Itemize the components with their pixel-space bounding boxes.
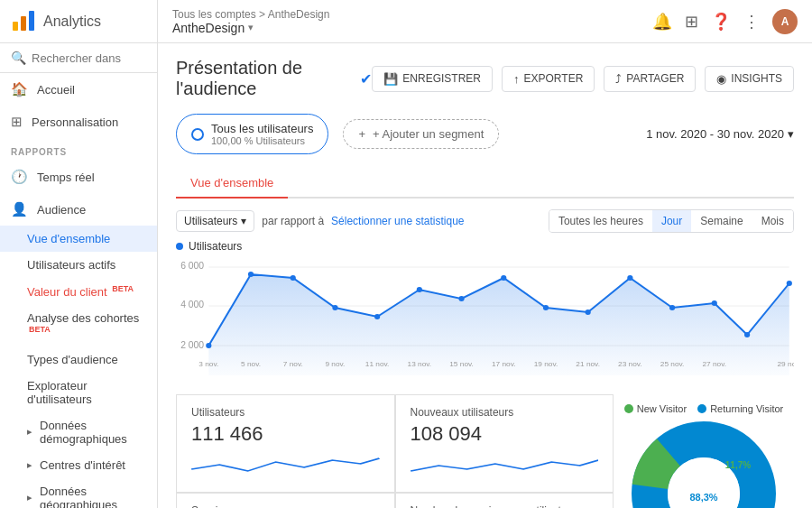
valeur-beta-badge: BETA xyxy=(112,284,134,293)
segment-all-users[interactable]: Tous les utilisateurs 100,00 % Utilisate… xyxy=(176,114,328,154)
main-area: Tous les comptes > AntheDesign AntheDesi… xyxy=(158,0,812,508)
sidebar-search-bar[interactable]: 🔍 xyxy=(0,43,157,73)
analytics-logo-icon xyxy=(11,9,36,34)
sidebar-item-types-audience[interactable]: Types d'audience xyxy=(0,346,157,373)
svg-text:17 nov.: 17 nov. xyxy=(492,360,516,368)
analyse-cohortes-label: Analyse des cohortes xyxy=(27,311,139,325)
chevron-down-icon: ▾ xyxy=(248,22,254,33)
date-range-picker[interactable]: 1 nov. 2020 - 30 nov. 2020 ▾ xyxy=(646,127,794,141)
person-icon: 👤 xyxy=(11,201,28,217)
metric-selector[interactable]: Utilisateurs ▾ xyxy=(176,210,254,232)
search-input[interactable] xyxy=(32,51,146,65)
add-segment-button[interactable]: + + Ajouter un segment xyxy=(343,119,499,149)
sidebar: Analytics 🔍 🏠 Accueil ⊞ Personnalisation… xyxy=(0,0,158,508)
stats-grid: Utilisateurs 111 466 Nouveaux utilisateu… xyxy=(176,394,614,508)
svg-point-15 xyxy=(417,287,422,292)
sidebar-item-explorateur[interactable]: Explorateur d'utilisateurs xyxy=(0,373,157,412)
time-btn-toutes[interactable]: Toutes les heures xyxy=(549,210,652,232)
svg-text:3 nov.: 3 nov. xyxy=(198,360,218,368)
insights-icon: ◉ xyxy=(716,72,726,86)
more-icon[interactable]: ⋮ xyxy=(743,12,760,32)
sidebar-title: Analytics xyxy=(43,14,101,30)
donut-new-dot xyxy=(624,404,633,413)
exporter-button[interactable]: ↑ EXPORTER xyxy=(502,66,595,92)
sparkline-utilisateurs xyxy=(191,451,380,478)
donut-return-label: Returning Visitor xyxy=(710,403,783,414)
topbar-icons: 🔔 ⊞ ❓ ⋮ A xyxy=(652,9,798,34)
par-rapport-label: par rapport à xyxy=(262,215,324,227)
svg-point-11 xyxy=(248,272,254,277)
svg-text:5 nov.: 5 nov. xyxy=(241,360,261,368)
search-icon: 🔍 xyxy=(11,51,26,65)
header-actions: 💾 ENREGISTRER ↑ EXPORTER ⤴ PARTAGER ◉ IN… xyxy=(372,66,794,92)
svg-text:7 nov.: 7 nov. xyxy=(283,360,303,368)
sidebar-item-valeur-client[interactable]: Valeur du client BETA xyxy=(0,278,157,305)
time-buttons: Toutes les heures Jour Semaine Mois xyxy=(549,209,794,233)
verified-icon: ✔ xyxy=(360,70,372,88)
sidebar-item-personnalisation[interactable]: ⊞ Personnalisation xyxy=(0,106,157,138)
sidebar-item-donnees-geographiques[interactable]: ▸ Données géographiques xyxy=(0,478,157,508)
stat-utilisateurs-label: Utilisateurs xyxy=(191,406,380,419)
svg-text:11,7%: 11,7% xyxy=(725,460,751,470)
segment-info: Tous les utilisateurs 100,00 % Utilisate… xyxy=(211,122,313,146)
svg-point-20 xyxy=(627,275,632,281)
svg-text:29 nov.: 29 nov. xyxy=(778,360,794,368)
enregistrer-button[interactable]: 💾 ENREGISTRER xyxy=(372,66,493,92)
rapports-section-label: RAPPORTS xyxy=(0,138,157,161)
svg-text:11 nov.: 11 nov. xyxy=(365,360,390,368)
time-btn-mois[interactable]: Mois xyxy=(752,210,793,232)
insights-button[interactable]: ◉ INSIGHTS xyxy=(705,66,794,92)
bottom-area: Utilisateurs 111 466 Nouveaux utilisateu… xyxy=(176,394,794,508)
sidebar-item-vue-densemble[interactable]: Vue d'ensemble xyxy=(0,226,157,252)
svg-text:21 nov.: 21 nov. xyxy=(576,360,600,368)
sidebar-item-audience[interactable]: 👤 Audience xyxy=(0,193,157,226)
svg-point-21 xyxy=(669,305,675,310)
account-name[interactable]: AntheDesign ▾ xyxy=(172,21,641,35)
types-audience-label: Types d'audience xyxy=(27,353,118,366)
sparkline-nouveaux xyxy=(411,451,599,478)
svg-text:27 nov.: 27 nov. xyxy=(702,360,726,368)
svg-text:13 nov.: 13 nov. xyxy=(408,360,432,368)
svg-text:6 000: 6 000 xyxy=(180,261,204,271)
donut-legend-returning: Returning Visitor xyxy=(697,403,783,414)
sidebar-item-donnees-demographiques[interactable]: ▸ Données démographiques xyxy=(0,412,157,452)
sidebar-item-temps-reel-label: Temps réel xyxy=(37,171,95,184)
chevron-down-icon: ▾ xyxy=(241,215,246,227)
chevron-right-icon3: ▸ xyxy=(27,492,32,503)
donut-legend: New Visitor Returning Visitor xyxy=(624,403,784,414)
sidebar-item-analyse-cohortes[interactable]: Analyse des cohortes BETA xyxy=(0,305,157,346)
sidebar-item-temps-reel[interactable]: 🕐 Temps réel xyxy=(0,161,157,193)
svg-text:9 nov.: 9 nov. xyxy=(325,360,345,368)
clock-icon: 🕐 xyxy=(11,169,28,185)
stat-sessions-label: Sessions xyxy=(191,504,380,508)
svg-point-22 xyxy=(712,300,717,306)
stats-section: Utilisateurs 111 466 Nouveaux utilisateu… xyxy=(176,394,614,508)
partager-button[interactable]: ⤴ PARTAGER xyxy=(604,66,696,92)
tab-vue-densemble[interactable]: Vue d'ensemble xyxy=(176,169,288,199)
sidebar-item-utilisateurs-actifs[interactable]: Utilisateurs actifs xyxy=(0,252,157,278)
stat-sessions: Sessions 131 370 xyxy=(176,493,395,508)
svg-rect-2 xyxy=(29,11,34,31)
time-btn-jour[interactable]: Jour xyxy=(652,210,691,232)
page-header: Présentation de l'audience ✔ 💾 ENREGISTR… xyxy=(176,58,794,99)
select-stat-link[interactable]: Sélectionner une statistique xyxy=(331,215,464,227)
analyse-beta-badge: BETA xyxy=(29,325,51,334)
page-title: Présentation de l'audience ✔ xyxy=(176,58,372,99)
time-btn-semaine[interactable]: Semaine xyxy=(691,210,752,232)
chart-container: Utilisateurs 6 000 4 000 2 000 xyxy=(176,240,794,380)
svg-text:88,3%: 88,3% xyxy=(689,492,717,503)
donut-section: New Visitor Returning Visitor xyxy=(614,394,794,508)
apps-icon[interactable]: ⊞ xyxy=(685,12,698,32)
svg-text:4 000: 4 000 xyxy=(180,300,204,309)
donnees-demographiques-label: Données démographiques xyxy=(40,419,146,446)
svg-point-14 xyxy=(374,314,380,319)
explorateur-label: Explorateur d'utilisateurs xyxy=(27,379,92,406)
notifications-icon[interactable]: 🔔 xyxy=(652,12,672,32)
sidebar-item-accueil[interactable]: 🏠 Accueil xyxy=(0,73,157,106)
svg-rect-1 xyxy=(21,16,26,31)
avatar[interactable]: A xyxy=(772,9,798,34)
sidebar-header: Analytics xyxy=(0,0,157,43)
sidebar-item-centres-interet[interactable]: ▸ Centres d'intérêt xyxy=(0,452,157,478)
help-icon[interactable]: ❓ xyxy=(711,12,731,32)
donut-legend-new: New Visitor xyxy=(624,403,687,414)
